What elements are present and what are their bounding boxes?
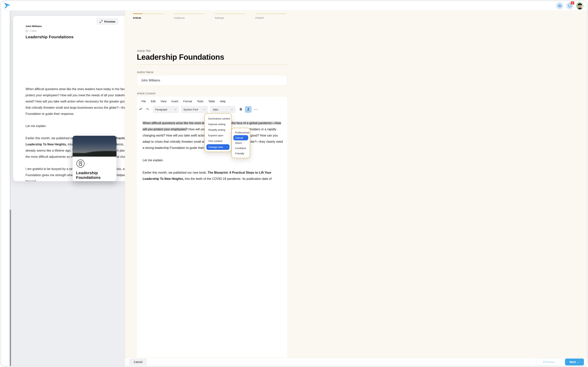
menu-insert[interactable]: Insert xyxy=(171,100,179,103)
author-name-label: Author Name xyxy=(137,71,153,74)
menu-help[interactable]: Help xyxy=(220,100,226,103)
article-title-value[interactable]: Leadership Foundations xyxy=(137,53,224,61)
tab-article-progress xyxy=(133,13,164,14)
italic-button-active[interactable]: I xyxy=(245,106,252,113)
drag-card-title: Leadership Foundations xyxy=(76,171,113,180)
editor-paragraph: Earlier this month, we published our new… xyxy=(143,170,284,182)
preview-paragraph: When difficult questions arise like the … xyxy=(26,86,125,117)
tone-direct[interactable]: Direct xyxy=(233,140,248,146)
font-family-select[interactable]: System Font xyxy=(181,106,208,113)
author-name-input[interactable] xyxy=(137,75,287,86)
editor-toolbar: ↶ ↷ Paragraph System Font 16px B xyxy=(137,106,288,113)
preview-button[interactable]: Preview xyxy=(96,18,119,25)
main-area: Preview John Williams 2 mins Leadership … xyxy=(1,11,294,184)
menu-format[interactable]: Format xyxy=(183,100,192,103)
preview-pane: Preview John Williams 2 mins Leadership … xyxy=(10,11,125,184)
stepper-tabs: Article Audience Settings Publish xyxy=(133,13,286,19)
app-logo-icon xyxy=(4,2,11,9)
hero-image xyxy=(13,46,125,78)
chevron-down-icon xyxy=(231,109,233,110)
menu-edit[interactable]: Edit xyxy=(151,100,156,103)
menu-item-improve[interactable]: Improve writing xyxy=(206,121,230,127)
app-window: 3 P xyxy=(0,0,294,184)
tab-audience[interactable]: Audience xyxy=(174,13,205,19)
tab-article[interactable]: Article xyxy=(133,13,164,19)
menu-file[interactable]: File xyxy=(141,100,146,103)
menu-table[interactable]: Table xyxy=(208,100,215,103)
tab-publish-progress xyxy=(256,13,286,14)
submenu-chevron-icon: › xyxy=(227,146,228,149)
article-title-label: Article Title xyxy=(137,49,151,52)
preview-paragraph: Let me explain. xyxy=(26,123,125,129)
clock-icon xyxy=(26,30,28,32)
article-thumbnail-image xyxy=(73,136,117,157)
undo-button[interactable]: ↶ xyxy=(137,106,144,113)
document-icon xyxy=(76,159,85,168)
tab-settings-progress xyxy=(214,13,246,14)
preview-title: Leadership Foundations xyxy=(26,35,74,39)
tone-submenu: Professional Casual Direct Confident Fri… xyxy=(231,128,250,158)
menu-item-summarize[interactable]: Summarize content xyxy=(206,116,230,121)
preview-read-time: 2 mins xyxy=(26,30,36,32)
title-underline xyxy=(137,64,287,65)
article-drag-card[interactable]: Leadership Foundations xyxy=(73,136,117,181)
article-content-label: Article Content xyxy=(137,92,155,95)
chevron-down-icon xyxy=(174,109,176,110)
top-bar: 3 xyxy=(1,1,294,11)
font-size-select[interactable]: 16px xyxy=(210,106,236,113)
menu-item-change-tone[interactable]: Change tone › xyxy=(206,144,230,150)
editor-menubar: File Edit View Insert Format Tools Table… xyxy=(136,96,288,103)
read-time-label: 2 mins xyxy=(30,30,36,32)
menu-tools[interactable]: Tools xyxy=(197,100,204,103)
menu-item-trim[interactable]: Trim content xyxy=(206,138,230,144)
tab-publish[interactable]: Publish xyxy=(256,13,286,19)
tone-professional[interactable]: Professional xyxy=(233,130,248,135)
ai-context-menu: Summarize content Improve writing Simpli… xyxy=(204,113,232,152)
menu-item-expand[interactable]: Expand upon xyxy=(206,133,230,138)
more-tools-button[interactable]: ••• xyxy=(254,108,258,111)
menu-view[interactable]: View xyxy=(160,100,166,103)
preview-button-label: Preview xyxy=(104,20,115,23)
bold-button[interactable]: B xyxy=(238,106,244,113)
chevron-down-icon xyxy=(203,109,205,110)
expand-icon xyxy=(100,20,102,23)
scrollbar-track[interactable] xyxy=(10,11,11,184)
tone-friendly[interactable]: Friendly xyxy=(233,151,248,156)
editor-pane: Article Audience Settings Publish Articl… xyxy=(125,11,294,184)
paragraph-style-select[interactable]: Paragraph xyxy=(153,106,179,113)
preview-author: John Williams xyxy=(26,25,42,28)
tab-settings[interactable]: Settings xyxy=(214,13,246,19)
tab-audience-progress xyxy=(174,13,205,14)
tone-confident[interactable]: Confident xyxy=(233,146,248,151)
menu-item-simplify[interactable]: Simplify writing xyxy=(206,127,230,133)
tone-casual-selected[interactable]: Casual xyxy=(233,135,248,140)
redo-button[interactable]: ↷ xyxy=(144,106,151,113)
editor-paragraph: Let me explain. xyxy=(143,157,284,163)
